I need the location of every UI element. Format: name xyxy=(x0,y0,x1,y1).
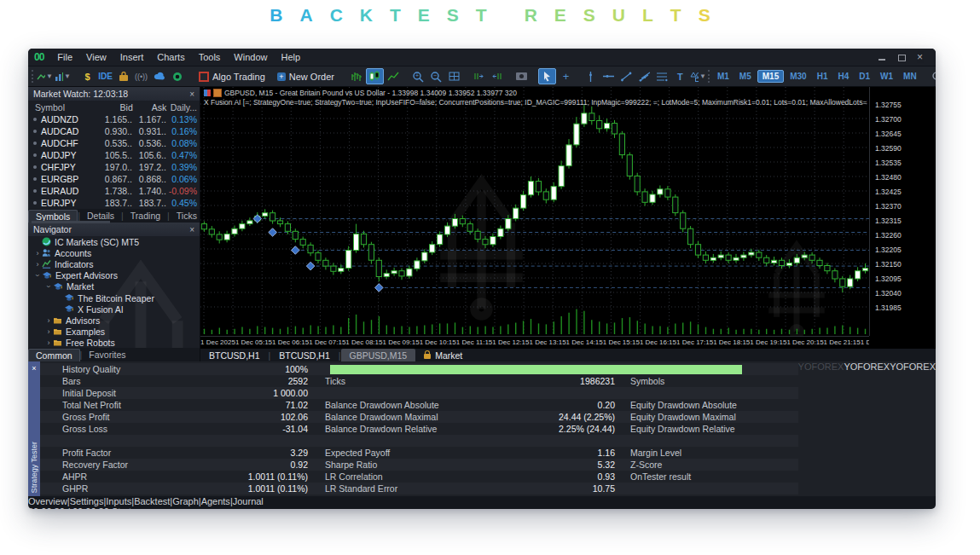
close-icon[interactable]: × xyxy=(189,90,194,99)
tester-tab-backtest[interactable]: Backtest xyxy=(134,496,170,506)
chart-plot[interactable] xyxy=(200,87,869,336)
channel-tool-icon[interactable] xyxy=(636,69,652,84)
timeframe-h1[interactable]: H1 xyxy=(813,71,832,82)
auto-scroll-icon[interactable] xyxy=(489,69,505,84)
navigator-item-accounts[interactable]: ›Accounts xyxy=(28,247,200,258)
ide-icon[interactable]: IDE xyxy=(97,69,113,84)
market-watch-row-eurjpy[interactable]: EURJPY183.7..183.7..0.45% xyxy=(28,197,200,209)
community-icon[interactable] xyxy=(169,69,185,84)
market-watch-row-eurgbp[interactable]: EURGBP0.867..0.868..0.06% xyxy=(28,173,200,185)
tester-tab-settings[interactable]: Settings xyxy=(70,496,104,506)
navigator-item-the-bitcoin-reaper[interactable]: The Bitcoin Reaper xyxy=(28,292,200,304)
timeframe-h4[interactable]: H4 xyxy=(833,71,853,82)
expand-arrow-icon[interactable]: › xyxy=(44,327,53,336)
time-tick-label: 1 Dec 21:15 xyxy=(824,337,861,350)
chart-tab-btcusd-h1-0[interactable]: BTCUSD,H1 xyxy=(200,349,269,361)
minimize-icon[interactable] xyxy=(878,54,887,61)
navigator-item-x-fusion-ai[interactable]: X Fusion AI xyxy=(28,304,200,315)
navigator-item-market[interactable]: ›Market xyxy=(28,281,200,292)
expand-arrow-icon[interactable]: › xyxy=(33,249,42,257)
timeframe-m1[interactable]: M1 xyxy=(713,71,734,82)
close-icon[interactable]: × xyxy=(189,225,194,234)
crosshair-tool-icon[interactable]: + xyxy=(558,69,574,84)
menu-insert[interactable]: Insert xyxy=(113,52,151,62)
chart-window-icon[interactable]: ▼ xyxy=(55,69,71,84)
signals-icon[interactable]: ((•)) xyxy=(133,69,149,84)
collapse-arrow-icon[interactable]: › xyxy=(44,282,53,291)
menu-help[interactable]: Help xyxy=(274,52,307,62)
algo-trading-button[interactable]: Algo Trading xyxy=(193,69,271,84)
close-icon[interactable]: × xyxy=(32,364,36,373)
menu-file[interactable]: File xyxy=(50,52,79,62)
tester-tab-agents[interactable]: Agents xyxy=(201,496,230,506)
zoom-in-icon[interactable]: + xyxy=(410,69,426,84)
chart-tab-btcusd-h1-1[interactable]: BTCUSD,H1 xyxy=(270,349,339,361)
bar-chart-mode-icon[interactable] xyxy=(348,69,364,84)
navigator-tab-common[interactable]: Common xyxy=(28,349,80,361)
timeframe-m5[interactable]: M5 xyxy=(735,71,756,82)
cloud-icon[interactable] xyxy=(151,69,167,84)
market-bag-icon[interactable] xyxy=(115,69,131,84)
market-watch-hscrollbar[interactable] xyxy=(32,221,110,223)
deposit-icon[interactable]: $ xyxy=(79,69,96,84)
expand-arrow-icon[interactable]: › xyxy=(44,316,53,325)
close-icon[interactable]: × xyxy=(917,54,926,61)
navigator-item-expert-advisors[interactable]: ›Expert Advisors xyxy=(28,270,200,281)
navigator-tab-favorites[interactable]: Favorites xyxy=(82,349,132,361)
search-icon[interactable] xyxy=(930,69,936,84)
chart-profile-icon[interactable]: ▼ xyxy=(37,69,53,84)
tile-windows-icon[interactable] xyxy=(446,69,462,84)
market-watch-row-euraud[interactable]: EURAUD1.738..1.740..-0.09% xyxy=(28,185,200,197)
navigator-item-free-robots[interactable]: ›Free Robots xyxy=(28,338,200,348)
tester-tab-graph[interactable]: Graph xyxy=(172,496,199,506)
trendline-tool-icon[interactable] xyxy=(618,69,635,84)
tester-tab-overview[interactable]: Overview xyxy=(28,496,67,506)
vertical-line-tool-icon[interactable] xyxy=(583,69,599,84)
market-watch-row-chfjpy[interactable]: CHFJPY197.0..197.2..0.39% xyxy=(28,161,200,173)
menu-charts[interactable]: Charts xyxy=(150,52,191,62)
chart-area[interactable]: GBPUSD, M15 - Great Britain Pound vs US … xyxy=(200,87,936,349)
horizontal-line-tool-icon[interactable] xyxy=(600,69,617,84)
market-watch-row-audjpy[interactable]: AUDJPY105.5..105.6..0.47% xyxy=(28,149,200,161)
expand-arrow-icon[interactable]: › xyxy=(44,338,53,347)
market-watch-row-audnzd[interactable]: AUDNZD1.165..1.167..0.13% xyxy=(28,113,200,125)
tester-tab-journal[interactable]: Journal xyxy=(233,496,264,506)
menu-window[interactable]: Window xyxy=(227,52,274,62)
time-axis[interactable]: 1 Dec 20251 Dec 05:151 Dec 06:151 Dec 07… xyxy=(200,336,869,350)
tester-tab-inputs[interactable]: Inputs xyxy=(106,496,131,506)
timeframe-mn[interactable]: MN xyxy=(899,71,921,82)
market-watch-row-audchf[interactable]: AUDCHF0.535..0.536..0.08% xyxy=(28,137,200,149)
timeframe-m30[interactable]: M30 xyxy=(786,71,810,82)
text-tool-icon[interactable]: T xyxy=(672,69,688,84)
timeframe-w1[interactable]: W1 xyxy=(876,71,897,82)
timeframe-m15[interactable]: M15 xyxy=(757,70,784,83)
collapse-arrow-icon[interactable]: › xyxy=(33,271,42,280)
market-watch-tab-details[interactable]: Details xyxy=(80,210,121,222)
timeframe-d1[interactable]: D1 xyxy=(855,71,874,82)
fibonacci-tool-icon[interactable] xyxy=(654,69,670,84)
shapes-tool-icon[interactable]: ▼ xyxy=(690,69,706,84)
candle-chart-mode-icon[interactable] xyxy=(366,68,384,84)
start-button[interactable]: Start xyxy=(112,506,131,509)
strategy-tester-strip[interactable]: × Strategy Tester xyxy=(28,361,40,496)
chart-tab-gbpusd-m15-2[interactable]: GBPUSD,M15 xyxy=(341,349,416,361)
market-watch-tab-trading[interactable]: Trading xyxy=(124,210,167,222)
shift-end-icon[interactable] xyxy=(471,69,487,84)
screenshot-icon[interactable] xyxy=(513,69,530,84)
price-axis[interactable]: 1.327551.327001.326451.325901.325351.324… xyxy=(869,87,936,336)
restore-icon[interactable] xyxy=(897,54,907,61)
navigator-item-advisors[interactable]: ›Advisors xyxy=(28,315,200,326)
chart-tab-market[interactable]: Market xyxy=(415,349,471,361)
line-chart-mode-icon[interactable] xyxy=(386,69,402,84)
menu-view[interactable]: View xyxy=(79,52,113,62)
navigator-item-examples[interactable]: ›Examples xyxy=(28,327,200,338)
navigator-item-indicators[interactable]: ›Indicators xyxy=(28,258,200,269)
market-watch-tab-ticks[interactable]: Ticks xyxy=(170,210,204,222)
menu-tools[interactable]: Tools xyxy=(192,52,228,62)
expand-arrow-icon[interactable]: › xyxy=(33,260,42,269)
new-order-button[interactable]: +New Order xyxy=(271,69,340,84)
market-watch-row-audcad[interactable]: AUDCAD0.930..0.931..0.16% xyxy=(28,125,200,137)
zoom-out-icon[interactable]: − xyxy=(428,69,444,84)
navigator-item-ic-markets-sc-mt5[interactable]: IC Markets (SC) MT5 xyxy=(28,236,200,247)
cursor-tool-icon[interactable] xyxy=(538,68,556,84)
